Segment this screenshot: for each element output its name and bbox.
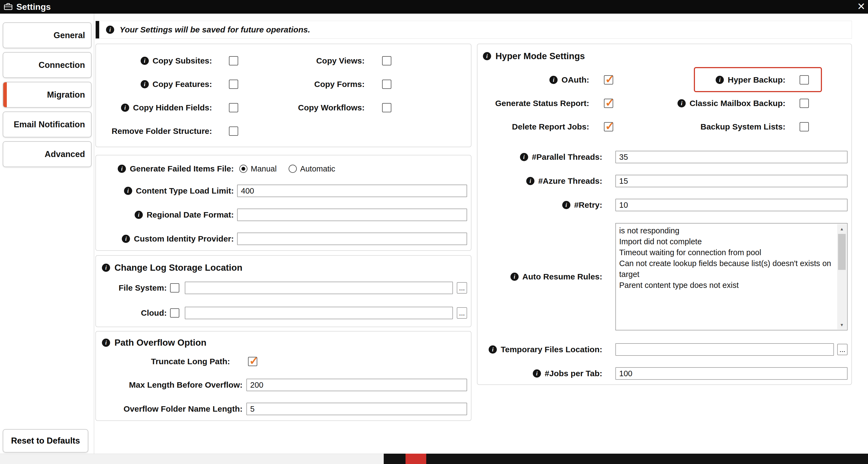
path-overflow-title: Path Overflow Option bbox=[115, 338, 206, 348]
change-log-storage-header: Change Log Storage Location bbox=[96, 260, 467, 275]
copy-hidden-fields-checkbox[interactable] bbox=[229, 103, 238, 112]
copy-workflows-checkbox[interactable] bbox=[382, 103, 391, 112]
max-length-before-overflow-input[interactable] bbox=[246, 379, 467, 391]
generate-status-report-label: Generate Status Report: bbox=[477, 99, 589, 108]
parallel-threads-input[interactable] bbox=[615, 151, 847, 163]
oauth-label: OAuth: bbox=[477, 75, 589, 85]
info-icon bbox=[141, 57, 149, 65]
tab-migration-label: Migration bbox=[47, 90, 85, 100]
auto-resume-rules-textarea[interactable]: is not responding Import did not complet… bbox=[615, 223, 847, 331]
spacer bbox=[477, 138, 847, 145]
file-system-checkbox[interactable] bbox=[170, 283, 179, 292]
temporary-files-location-label: Temporary Files Location: bbox=[477, 345, 602, 354]
regional-date-format-row: Regional Date Format: bbox=[96, 203, 467, 227]
backup-system-lists-label: Backup System Lists: bbox=[613, 122, 785, 131]
info-icon bbox=[135, 211, 143, 219]
delete-report-jobs-label: Delete Report Jobs: bbox=[477, 122, 589, 131]
retry-label: #Retry: bbox=[477, 200, 602, 210]
info-icon bbox=[122, 235, 130, 243]
tab-advanced[interactable]: Advanced bbox=[3, 141, 92, 167]
cloud-row: Cloud: ... bbox=[96, 301, 467, 326]
hyper-backup-checkbox[interactable] bbox=[800, 75, 809, 85]
info-icon bbox=[520, 153, 528, 161]
jobs-per-tab-input[interactable] bbox=[615, 367, 847, 380]
info-icon bbox=[510, 273, 519, 281]
close-icon[interactable]: ✕ bbox=[855, 1, 867, 12]
tab-migration[interactable]: Migration bbox=[3, 82, 92, 108]
jobs-per-tab-label: #Jobs per Tab: bbox=[477, 369, 602, 378]
automatic-radio[interactable] bbox=[289, 165, 297, 173]
file-system-row: File System: ... bbox=[96, 275, 467, 301]
copy-views-label: Copy Views: bbox=[238, 56, 365, 65]
scroll-down-icon[interactable] bbox=[837, 320, 846, 329]
content-type-load-limit-input[interactable] bbox=[237, 185, 467, 197]
remove-folder-structure-checkbox[interactable] bbox=[229, 126, 238, 136]
tab-connection-label: Connection bbox=[39, 60, 85, 70]
manual-radio[interactable] bbox=[239, 165, 247, 173]
custom-identity-provider-label: Custom Identity Provider: bbox=[96, 234, 234, 243]
settings-app-icon bbox=[4, 3, 12, 11]
tab-connection[interactable]: Connection bbox=[3, 52, 92, 78]
copy-workflows-label: Copy Workflows: bbox=[238, 103, 365, 112]
truncate-long-path-row: Truncate Long Path: bbox=[96, 350, 467, 373]
tab-general[interactable]: General bbox=[3, 22, 92, 48]
hyper-mode-settings-title: Hyper Mode Settings bbox=[495, 51, 585, 61]
scroll-up-icon[interactable] bbox=[837, 224, 846, 234]
temporary-files-browse-button[interactable]: ... bbox=[837, 344, 847, 355]
overflow-folder-name-length-input[interactable] bbox=[246, 403, 467, 415]
regional-date-format-input[interactable] bbox=[237, 209, 467, 221]
info-icon bbox=[716, 76, 724, 84]
copy-options-row: Copy Subsites: Copy Views: bbox=[96, 49, 471, 72]
overflow-folder-name-length-label: Overflow Folder Name Length: bbox=[96, 404, 243, 413]
taskbar-app-indicator[interactable] bbox=[405, 454, 426, 464]
retry-row: #Retry: bbox=[477, 193, 847, 217]
textarea-scrollbar[interactable] bbox=[837, 224, 846, 329]
oauth-hyper-backup-row: OAuth: Hyper Backup: bbox=[477, 68, 847, 92]
classic-mailbox-backup-checkbox[interactable] bbox=[800, 99, 809, 108]
file-system-path-input[interactable] bbox=[185, 282, 453, 294]
truncate-long-path-checkbox[interactable] bbox=[248, 357, 257, 366]
jobs-per-tab-row: #Jobs per Tab: bbox=[477, 362, 847, 385]
retry-input[interactable] bbox=[615, 199, 847, 211]
info-icon bbox=[141, 80, 149, 88]
parallel-threads-label: #Parallel Threads: bbox=[477, 152, 602, 162]
cloud-checkbox[interactable] bbox=[170, 308, 179, 318]
generate-status-report-checkbox[interactable] bbox=[604, 99, 613, 108]
copy-options-row: Copy Hidden Fields: Copy Workflows: bbox=[96, 96, 471, 119]
delete-report-jobs-checkbox[interactable] bbox=[604, 122, 613, 131]
file-system-label: File System: bbox=[96, 283, 167, 292]
info-icon bbox=[483, 52, 491, 60]
copy-features-checkbox[interactable] bbox=[229, 80, 238, 89]
file-system-browse-button[interactable]: ... bbox=[457, 282, 467, 293]
scrollbar-thumb[interactable] bbox=[838, 234, 846, 270]
truncate-long-path-label: Truncate Long Path: bbox=[96, 357, 230, 366]
path-overflow-panel: Path Overflow Option Truncate Long Path:… bbox=[95, 331, 471, 421]
info-icon bbox=[533, 369, 541, 378]
azure-threads-input[interactable] bbox=[615, 175, 847, 187]
oauth-checkbox[interactable] bbox=[604, 75, 613, 85]
cloud-label: Cloud: bbox=[96, 308, 167, 318]
regional-date-format-label: Regional Date Format: bbox=[96, 210, 234, 219]
temporary-files-location-row: Temporary Files Location: ... bbox=[477, 338, 847, 362]
info-icon bbox=[106, 26, 114, 34]
backup-system-lists-checkbox[interactable] bbox=[800, 122, 809, 131]
copy-forms-label: Copy Forms: bbox=[238, 80, 365, 89]
parallel-threads-row: #Parallel Threads: bbox=[477, 145, 847, 169]
azure-threads-label: #Azure Threads: bbox=[477, 176, 602, 186]
overflow-folder-name-length-row: Overflow Folder Name Length: bbox=[96, 397, 467, 421]
info-icon bbox=[562, 201, 570, 209]
cloud-path-input[interactable] bbox=[185, 307, 453, 319]
window-title: Settings bbox=[17, 2, 51, 12]
tab-email-notification-label: Email Notification bbox=[13, 120, 85, 129]
info-icon bbox=[526, 177, 534, 185]
copy-subsites-checkbox[interactable] bbox=[229, 56, 238, 65]
remove-folder-structure-label: Remove Folder Structure: bbox=[96, 126, 212, 136]
copy-views-checkbox[interactable] bbox=[382, 56, 391, 65]
cloud-browse-button[interactable]: ... bbox=[457, 307, 467, 319]
custom-identity-provider-input[interactable] bbox=[237, 233, 467, 245]
tab-email-notification[interactable]: Email Notification bbox=[3, 112, 92, 137]
reset-to-defaults-button[interactable]: Reset to Defaults bbox=[3, 429, 88, 453]
window-bottom-edge bbox=[0, 454, 384, 464]
copy-forms-checkbox[interactable] bbox=[382, 80, 391, 89]
temporary-files-location-input[interactable] bbox=[615, 343, 834, 356]
